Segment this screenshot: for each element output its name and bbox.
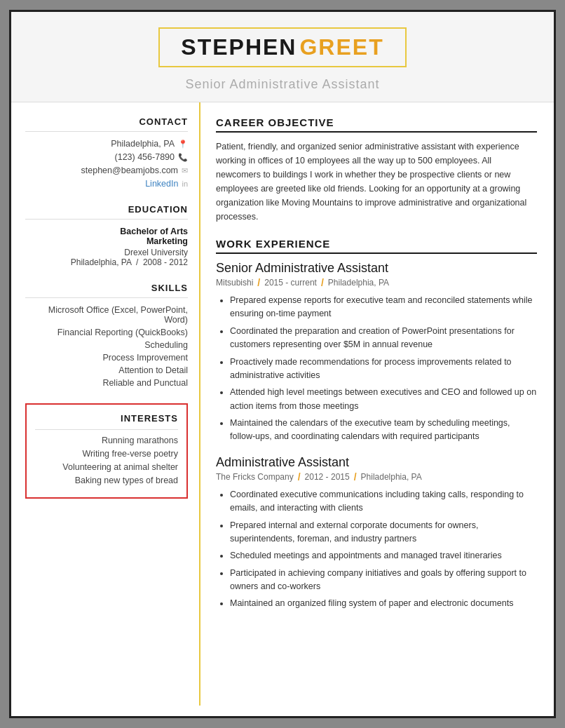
skills-section: SKILLS Microsoft Office (Excel, PowerPoi… [25, 283, 188, 388]
interests-title: INTERESTS [35, 413, 178, 430]
phone-icon: 📞 [178, 153, 188, 162]
resume-page: STEPHEN GREET Senior Administrative Assi… [9, 10, 556, 718]
interests-list: Running marathonsWriting free-verse poet… [35, 436, 178, 485]
location-icon: 📍 [178, 140, 188, 149]
contact-title: CONTACT [25, 116, 188, 132]
work-section-title: WORK EXPERIENCE [216, 238, 537, 254]
bullet-item: Attended high level meetings between exe… [230, 386, 537, 413]
job-position-title: Senior Administrative Assistant [216, 261, 537, 276]
job-company: Mitsubishi [216, 278, 253, 288]
education-title: EDUCATION [25, 204, 188, 220]
job-bullets: Prepared expense reports for executive t… [216, 294, 537, 444]
bullet-item: Coordinated the preparation and creation… [230, 325, 537, 352]
jobs-container: Senior Administrative AssistantMitsubish… [216, 261, 537, 611]
job-entry: Administrative AssistantThe Fricks Compa… [216, 455, 537, 611]
skill-item: Microsoft Office (Excel, PowerPoint, Wor… [25, 305, 188, 325]
interest-item: Writing free-verse poetry [35, 449, 178, 459]
job-meta: The Fricks Company / 2012 - 2015 / Phila… [216, 471, 537, 483]
main-layout: CONTACT Philadelphia, PA 📍 (123) 456-789… [11, 102, 554, 706]
skills-title: SKILLS [25, 283, 188, 298]
contact-linkedin[interactable]: LinkedIn in [25, 179, 188, 189]
interest-item: Baking new types of bread [35, 476, 178, 485]
bullet-item: Coordinated executive communications inc… [230, 488, 537, 515]
edu-field: Marketing [25, 236, 188, 246]
header: STEPHEN GREET Senior Administrative Assi… [11, 12, 554, 102]
separator: / [257, 277, 260, 288]
edu-school: Drexel University [25, 248, 188, 257]
edu-details: Philadelphia, PA / 2008 - 2012 [25, 257, 188, 267]
interests-section: INTERESTS Running marathonsWriting free-… [25, 403, 188, 499]
contact-location: Philadelphia, PA 📍 [25, 139, 188, 149]
contact-phone: (123) 456-7890 📞 [25, 152, 188, 162]
name-box: STEPHEN GREET [158, 27, 406, 67]
job-period: 2012 - 2015 [305, 472, 350, 482]
edu-block: Bachelor of Arts Marketing Drexel Univer… [25, 227, 188, 267]
main-content: CAREER OBJECTIVE Patient, friendly, and … [200, 102, 554, 706]
skill-item: Scheduling [25, 340, 188, 350]
first-name: STEPHEN [181, 34, 297, 60]
education-section: EDUCATION Bachelor of Arts Marketing Dre… [25, 204, 188, 267]
contact-section: CONTACT Philadelphia, PA 📍 (123) 456-789… [25, 116, 188, 189]
email-icon: ✉ [182, 166, 188, 175]
career-text: Patient, friendly, and organized senior … [216, 140, 537, 224]
work-section: WORK EXPERIENCE Senior Administrative As… [216, 238, 537, 611]
sidebar: CONTACT Philadelphia, PA 📍 (123) 456-789… [11, 102, 200, 706]
skill-item: Financial Reporting (QuickBooks) [25, 328, 188, 337]
edu-degree: Bachelor of Arts [25, 227, 188, 236]
job-period: 2015 - current [264, 278, 317, 288]
bullet-item: Prepared internal and external corporate… [230, 519, 537, 546]
interest-item: Running marathons [35, 436, 178, 445]
skill-item: Attention to Detail [25, 365, 188, 375]
separator: / [321, 277, 324, 288]
job-location: Philadelphia, PA [328, 278, 389, 288]
job-location: Philadelphia, PA [361, 472, 422, 482]
job-bullets: Coordinated executive communications inc… [216, 488, 537, 611]
contact-email: stephen@beamjobs.com ✉ [25, 166, 188, 175]
bullet-item: Proactively made recommendations for pro… [230, 356, 537, 383]
job-company: The Fricks Company [216, 472, 294, 482]
bullet-item: Prepared expense reports for executive t… [230, 294, 537, 321]
bullet-item: Participated in achieving company initia… [230, 567, 537, 594]
skills-list: Microsoft Office (Excel, PowerPoint, Wor… [25, 305, 188, 388]
separator: / [354, 471, 357, 483]
skill-item: Process Improvement [25, 353, 188, 363]
career-section: CAREER OBJECTIVE Patient, friendly, and … [216, 116, 537, 224]
last-name: GREET [299, 34, 383, 60]
bullet-item: Maintained the calendars of the executiv… [230, 417, 537, 444]
job-title-header: Senior Administrative Assistant [25, 77, 540, 92]
career-section-title: CAREER OBJECTIVE [216, 116, 537, 133]
separator: / [298, 471, 301, 483]
job-position-title: Administrative Assistant [216, 455, 537, 470]
bullet-item: Scheduled meetings and appointments and … [230, 549, 537, 562]
bullet-item: Maintained an organized filing system of… [230, 597, 537, 610]
linkedin-icon: in [182, 180, 188, 188]
job-meta: Mitsubishi / 2015 - current / Philadelph… [216, 277, 537, 288]
job-entry: Senior Administrative AssistantMitsubish… [216, 261, 537, 444]
interest-item: Volunteering at animal shelter [35, 462, 178, 472]
skill-item: Reliable and Punctual [25, 378, 188, 388]
